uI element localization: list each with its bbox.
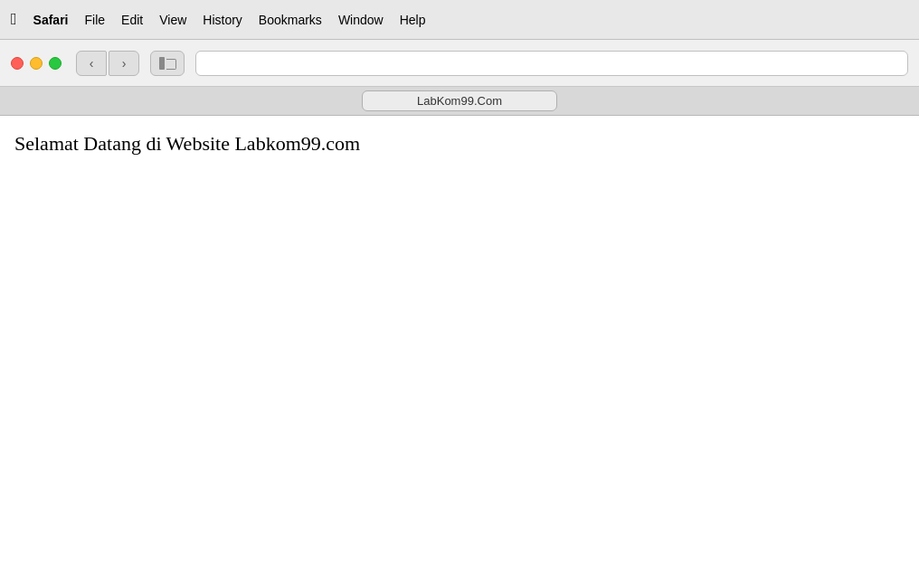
close-button[interactable] bbox=[11, 57, 24, 70]
menu-bar:  Safari File Edit View History Bookmark… bbox=[0, 0, 919, 40]
tab-bar: LabKom99.Com bbox=[0, 87, 919, 116]
site-title: LabKom99.Com bbox=[362, 90, 557, 111]
toolbar: ‹ › bbox=[0, 40, 919, 87]
minimize-button[interactable] bbox=[30, 57, 43, 70]
edit-menu[interactable]: Edit bbox=[121, 13, 143, 27]
back-button[interactable]: ‹ bbox=[76, 51, 107, 76]
maximize-button[interactable] bbox=[49, 57, 62, 70]
view-menu[interactable]: View bbox=[159, 13, 186, 27]
back-icon: ‹ bbox=[90, 56, 94, 71]
page-content: Selamat Datang di Website Labkom99.com bbox=[0, 116, 919, 172]
traffic-lights bbox=[11, 57, 62, 70]
page-heading: Selamat Datang di Website Labkom99.com bbox=[14, 132, 905, 156]
bookmarks-menu[interactable]: Bookmarks bbox=[259, 13, 322, 27]
forward-button[interactable]: › bbox=[109, 51, 139, 76]
window-menu[interactable]: Window bbox=[338, 13, 384, 27]
address-bar[interactable] bbox=[195, 51, 908, 76]
safari-menu[interactable]: Safari bbox=[33, 13, 69, 27]
sidebar-toggle-button[interactable] bbox=[150, 51, 185, 76]
help-menu[interactable]: Help bbox=[400, 13, 426, 27]
nav-buttons: ‹ › bbox=[76, 51, 139, 76]
history-menu[interactable]: History bbox=[203, 13, 242, 27]
file-menu[interactable]: File bbox=[85, 13, 106, 27]
forward-icon: › bbox=[122, 56, 127, 71]
apple-menu[interactable]:  bbox=[11, 10, 17, 29]
sidebar-icon bbox=[159, 57, 175, 70]
